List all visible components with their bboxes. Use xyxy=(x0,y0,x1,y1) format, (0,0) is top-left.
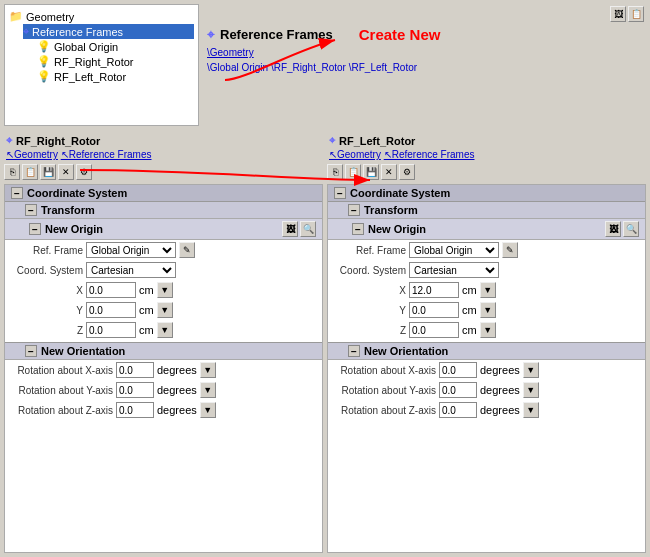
right-orient-minus[interactable]: − xyxy=(348,345,360,357)
left-tb-save[interactable]: 💾 xyxy=(40,164,56,180)
right-bc-ref-frames[interactable]: ↖Reference Frames xyxy=(384,149,475,160)
right-roty-dropdown[interactable]: ▼ xyxy=(523,382,539,398)
right-bc-geometry[interactable]: ↖Geometry xyxy=(329,149,381,160)
left-z-dropdown[interactable]: ▼ xyxy=(157,322,173,338)
right-tb-delete[interactable]: ✕ xyxy=(381,164,397,180)
right-z-dropdown[interactable]: ▼ xyxy=(480,322,496,338)
right-rotx-unit: degrees xyxy=(480,364,520,376)
right-ref-icon: ⌖ xyxy=(329,134,335,147)
right-tb-copy[interactable]: ⎘ xyxy=(327,164,343,180)
right-tb-settings[interactable]: ⚙ xyxy=(399,164,415,180)
left-z-unit: cm xyxy=(139,324,154,336)
left-bc-geometry[interactable]: ↖Geometry xyxy=(6,149,58,160)
right-y-dropdown[interactable]: ▼ xyxy=(480,302,496,318)
right-z-input[interactable] xyxy=(409,322,459,338)
left-tb-copy[interactable]: ⎘ xyxy=(4,164,20,180)
left-rotz-input[interactable] xyxy=(116,402,154,418)
tree-item-reference-frames[interactable]: ⌖ Reference Frames xyxy=(23,24,194,39)
right-coord-system-header: − Coordinate System xyxy=(328,185,645,202)
left-rotz-label: Rotation about Z-axis xyxy=(13,405,113,416)
left-coord-minus[interactable]: − xyxy=(11,187,23,199)
right-rotx-input[interactable] xyxy=(439,362,477,378)
right-coord-box: − Coordinate System − Transform − New Or… xyxy=(327,184,646,553)
right-x-input[interactable] xyxy=(409,282,459,298)
tree-item-rf-left-rotor[interactable]: 💡 RF_Left_Rotor xyxy=(37,69,194,84)
right-rotx-dropdown[interactable]: ▼ xyxy=(523,362,539,378)
right-rotz-input[interactable] xyxy=(439,402,477,418)
left-orient-minus[interactable]: − xyxy=(25,345,37,357)
right-ref-frame-select[interactable]: Global Origin xyxy=(409,242,499,258)
right-z-unit: cm xyxy=(462,324,477,336)
left-y-dropdown[interactable]: ▼ xyxy=(157,302,173,318)
right-breadcrumb: ↖Geometry ↖Reference Frames xyxy=(327,149,646,160)
left-tb-delete[interactable]: ✕ xyxy=(58,164,74,180)
right-ref-frame-row: Ref. Frame Global Origin ✎ xyxy=(328,240,645,260)
right-active-label: RF_Left_Rotor xyxy=(339,135,415,147)
right-x-dropdown[interactable]: ▼ xyxy=(480,282,496,298)
left-neworigin-btn1[interactable]: 🖼 xyxy=(282,221,298,237)
toolbar-icon-2[interactable]: 📋 xyxy=(628,6,644,22)
left-bc-ref-frames[interactable]: ↖Reference Frames xyxy=(61,149,152,160)
left-tb-paste[interactable]: 📋 xyxy=(22,164,38,180)
tree-panel: 📁 Geometry ⌖ Reference Frames 💡 Global O… xyxy=(4,4,199,126)
left-roty-input[interactable] xyxy=(116,382,154,398)
right-y-row: Y cm ▼ xyxy=(328,300,645,320)
left-rotz-dropdown[interactable]: ▼ xyxy=(200,402,216,418)
left-tb-settings[interactable]: ⚙ xyxy=(76,164,92,180)
left-ref-frame-edit[interactable]: ✎ xyxy=(179,242,195,258)
ref-frame-icon: ⌖ xyxy=(207,27,214,43)
left-x-dropdown[interactable]: ▼ xyxy=(157,282,173,298)
right-orient-header: − New Orientation xyxy=(328,342,645,360)
left-roty-dropdown[interactable]: ▼ xyxy=(200,382,216,398)
left-rotx-input[interactable] xyxy=(116,362,154,378)
left-coord-system-select[interactable]: Cartesian xyxy=(86,262,176,278)
left-ref-icon: ⌖ xyxy=(6,134,12,147)
left-rotz-unit: degrees xyxy=(157,404,197,416)
reference-frames-header-area: 🖼 📋 ⌖ Reference Frames Create New \Geome… xyxy=(203,4,646,126)
toolbar-icon-1[interactable]: 🖼 xyxy=(610,6,626,22)
right-ref-frame-edit[interactable]: ✎ xyxy=(502,242,518,258)
tree-item-label: Global Origin xyxy=(54,41,118,53)
left-x-input[interactable] xyxy=(86,282,136,298)
left-orient-label: New Orientation xyxy=(41,345,125,357)
left-x-unit: cm xyxy=(139,284,154,296)
left-active-label: RF_Right_Rotor xyxy=(16,135,100,147)
left-transform-minus[interactable]: − xyxy=(25,204,37,216)
right-coord-system-select[interactable]: Cartesian xyxy=(409,262,499,278)
right-neworigin-minus[interactable]: − xyxy=(352,223,364,235)
left-z-input[interactable] xyxy=(86,322,136,338)
right-tb-paste[interactable]: 📋 xyxy=(345,164,361,180)
right-tb-save[interactable]: 💾 xyxy=(363,164,379,180)
right-roty-unit: degrees xyxy=(480,384,520,396)
right-roty-input[interactable] xyxy=(439,382,477,398)
left-breadcrumb: ↖Geometry ↖Reference Frames xyxy=(4,149,323,160)
light-icon: 💡 xyxy=(37,55,51,68)
breadcrumb-geometry[interactable]: \Geometry xyxy=(207,47,254,58)
tree-item-rf-right-rotor[interactable]: 💡 RF_Right_Rotor xyxy=(37,54,194,69)
left-rotx-row: Rotation about X-axis degrees ▼ xyxy=(5,360,322,380)
right-roty-label: Rotation about Y-axis xyxy=(336,385,436,396)
left-rotx-dropdown[interactable]: ▼ xyxy=(200,362,216,378)
right-rotx-row: Rotation about X-axis degrees ▼ xyxy=(328,360,645,380)
right-rotz-row: Rotation about Z-axis degrees ▼ xyxy=(328,400,645,420)
right-ref-frame-label: Ref. Frame xyxy=(336,245,406,256)
right-y-input[interactable] xyxy=(409,302,459,318)
right-neworigin-btn1[interactable]: 🖼 xyxy=(605,221,621,237)
right-coord-minus[interactable]: − xyxy=(334,187,346,199)
left-y-input[interactable] xyxy=(86,302,136,318)
tree-item-label: Reference Frames xyxy=(32,26,123,38)
right-coord-label: Coordinate System xyxy=(350,187,450,199)
right-neworigin-btn2[interactable]: 🔍 xyxy=(623,221,639,237)
right-rotz-dropdown[interactable]: ▼ xyxy=(523,402,539,418)
tree-item-global-origin[interactable]: 💡 Global Origin xyxy=(37,39,194,54)
left-neworigin-minus[interactable]: − xyxy=(29,223,41,235)
left-neworigin-btn2[interactable]: 🔍 xyxy=(300,221,316,237)
left-y-row: Y cm ▼ xyxy=(5,300,322,320)
subnodes-label: \Global Origin \RF_Right_Rotor \RF_Left_… xyxy=(207,62,417,73)
left-coord-system-header: − Coordinate System xyxy=(5,185,322,202)
left-y-unit: cm xyxy=(139,304,154,316)
right-transform-minus[interactable]: − xyxy=(348,204,360,216)
rf-title: Reference Frames xyxy=(220,27,333,42)
tree-root[interactable]: 📁 Geometry xyxy=(9,9,194,24)
left-ref-frame-select[interactable]: Global Origin xyxy=(86,242,176,258)
